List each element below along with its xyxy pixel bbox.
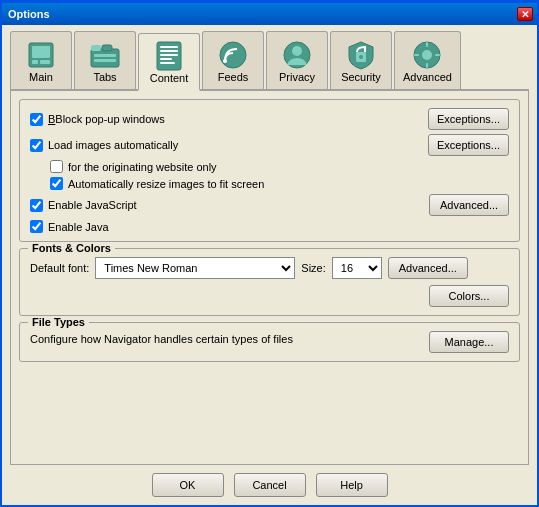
tab-privacy-label: Privacy	[279, 71, 315, 83]
svg-rect-26	[435, 54, 440, 56]
for-originating-row: for the originating website only	[50, 160, 509, 173]
svg-rect-6	[102, 45, 112, 51]
window-title: Options	[6, 8, 50, 20]
load-images-label[interactable]: Load images automatically	[30, 139, 178, 152]
bottom-buttons: OK Cancel Help	[10, 473, 529, 497]
colors-button[interactable]: Colors...	[429, 285, 509, 307]
tab-security-label: Security	[341, 71, 381, 83]
feeds-icon	[217, 39, 249, 71]
svg-rect-11	[160, 50, 178, 52]
svg-rect-12	[160, 54, 178, 56]
tab-content[interactable]: Content	[138, 33, 200, 91]
svg-rect-2	[32, 60, 38, 64]
tab-main-label: Main	[29, 71, 53, 83]
security-icon	[345, 39, 377, 71]
auto-resize-text: Automatically resize images to fit scree…	[68, 178, 264, 190]
for-originating-checkbox[interactable]	[50, 160, 63, 173]
tabs-icon	[89, 39, 121, 71]
file-types-title: File Types	[28, 316, 89, 328]
load-images-text: Load images automatically	[48, 139, 178, 151]
default-font-label: Default font:	[30, 262, 89, 274]
auto-resize-checkbox[interactable]	[50, 177, 63, 190]
svg-rect-7	[94, 54, 116, 57]
options-window: Options ✕ Main	[0, 0, 539, 507]
tab-main[interactable]: Main	[10, 31, 72, 89]
tab-tabs-label: Tabs	[93, 71, 116, 83]
block-popup-label[interactable]: BBlock pop-up windows	[30, 113, 165, 126]
help-button[interactable]: Help	[316, 473, 388, 497]
fonts-colors-title: Fonts & Colors	[28, 242, 115, 254]
tab-advanced-label: Advanced	[403, 71, 452, 83]
tab-feeds[interactable]: Feeds	[202, 31, 264, 89]
enable-java-row: Enable Java	[30, 220, 509, 233]
svg-rect-24	[426, 63, 428, 68]
svg-point-16	[223, 59, 227, 63]
tab-privacy[interactable]: Privacy	[266, 31, 328, 89]
enable-js-checkbox[interactable]	[30, 199, 43, 212]
content-area: Main Tabs	[2, 25, 537, 505]
svg-point-22	[422, 50, 432, 60]
svg-rect-13	[160, 58, 172, 60]
block-popup-text: Block pop-up windows	[55, 113, 164, 125]
auto-resize-label[interactable]: Automatically resize images to fit scree…	[50, 177, 264, 190]
tab-advanced[interactable]: Advanced	[394, 31, 461, 89]
enable-java-checkbox[interactable]	[30, 220, 43, 233]
file-types-description: Configure how Navigator handles certain …	[30, 333, 293, 345]
block-popup-row: BBlock pop-up windows Exceptions...	[30, 108, 509, 130]
auto-resize-row: Automatically resize images to fit scree…	[50, 177, 509, 190]
tabs-bar: Main Tabs	[10, 31, 529, 91]
svg-point-18	[292, 46, 302, 56]
enable-js-text: Enable JavaScript	[48, 199, 137, 211]
for-originating-text: for the originating website only	[68, 161, 217, 173]
file-types-group: File Types Configure how Navigator handl…	[19, 322, 520, 362]
load-images-row: Load images automatically Exceptions...	[30, 134, 509, 156]
for-originating-label[interactable]: for the originating website only	[50, 160, 217, 173]
main-panel: BBlock pop-up windows Exceptions... Load…	[10, 91, 529, 465]
svg-point-15	[220, 42, 246, 68]
svg-rect-1	[32, 46, 50, 58]
load-images-exceptions-button[interactable]: Exceptions...	[428, 134, 509, 156]
advanced-icon	[411, 39, 443, 71]
fonts-advanced-button[interactable]: Advanced...	[388, 257, 468, 279]
enable-js-row: Enable JavaScript Advanced...	[30, 194, 509, 216]
enable-js-advanced-button[interactable]: Advanced...	[429, 194, 509, 216]
size-select[interactable]: 16	[332, 257, 382, 279]
svg-point-20	[359, 55, 363, 59]
fonts-row: Default font: Times New Roman Size: 16 A…	[30, 257, 509, 279]
fonts-colors-group: Fonts & Colors Default font: Times New R…	[19, 248, 520, 316]
tab-tabs[interactable]: Tabs	[74, 31, 136, 89]
tab-security[interactable]: Security	[330, 31, 392, 89]
manage-button[interactable]: Manage...	[429, 331, 509, 353]
size-label: Size:	[301, 262, 325, 274]
svg-rect-10	[160, 46, 178, 48]
block-popup-exceptions-button[interactable]: Exceptions...	[428, 108, 509, 130]
svg-rect-8	[94, 59, 116, 62]
file-types-row: Configure how Navigator handles certain …	[30, 331, 509, 353]
block-popup-checkbox[interactable]	[30, 113, 43, 126]
top-section: BBlock pop-up windows Exceptions... Load…	[19, 99, 520, 242]
svg-rect-5	[91, 45, 101, 51]
colors-btn-row: Colors...	[30, 285, 509, 307]
title-bar: Options ✕	[2, 3, 537, 25]
enable-java-label[interactable]: Enable Java	[30, 220, 109, 233]
tab-content-label: Content	[150, 72, 189, 84]
svg-rect-23	[426, 42, 428, 47]
cancel-button[interactable]: Cancel	[234, 473, 306, 497]
ok-button[interactable]: OK	[152, 473, 224, 497]
svg-rect-4	[91, 49, 119, 67]
privacy-icon	[281, 39, 313, 71]
load-images-checkbox[interactable]	[30, 139, 43, 152]
tab-feeds-label: Feeds	[218, 71, 249, 83]
font-select[interactable]: Times New Roman	[95, 257, 295, 279]
close-button[interactable]: ✕	[517, 7, 533, 21]
main-icon	[25, 39, 57, 71]
enable-js-label[interactable]: Enable JavaScript	[30, 199, 137, 212]
enable-java-text: Enable Java	[48, 221, 109, 233]
svg-rect-3	[40, 60, 50, 64]
content-icon	[153, 40, 185, 72]
svg-rect-14	[160, 62, 175, 64]
svg-rect-25	[414, 54, 419, 56]
